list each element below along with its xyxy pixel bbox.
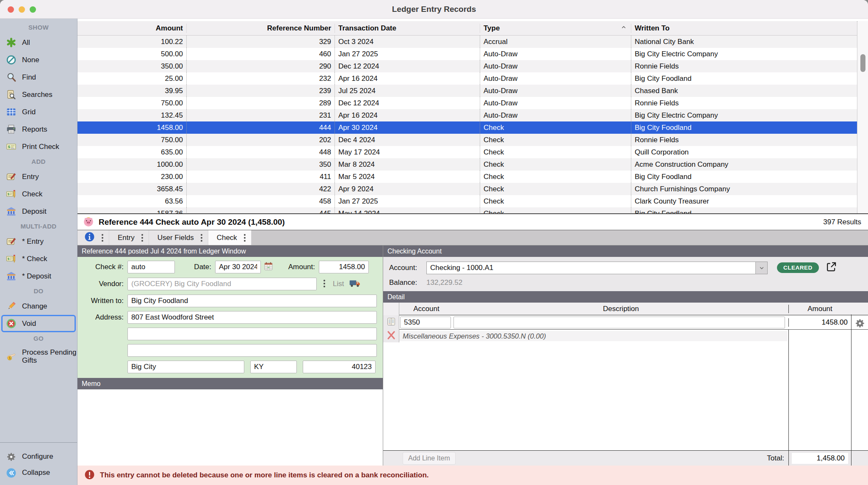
titlebar: Ledger Entry Records [0, 0, 868, 19]
table-row[interactable]: 500.00460Jan 27 2025Auto-DrawBig City El… [77, 48, 868, 60]
svg-text:$: $ [8, 192, 10, 196]
sidebar-item-find[interactable]: Find [0, 69, 77, 86]
table-row[interactable]: 25.00232Apr 16 2024Auto-DrawBig City Foo… [77, 72, 868, 85]
table-row[interactable]: 3658.45422Apr 9 2024CheckChurch Furnishi… [77, 183, 868, 195]
sidebar-item-check[interactable]: $Check [0, 185, 77, 203]
tab-menu-icon[interactable] [244, 234, 246, 236]
column-header-written-to[interactable]: Written To [631, 24, 857, 33]
memo-header: Memo [77, 378, 383, 389]
line-item-description-input[interactable] [453, 317, 785, 328]
table-row[interactable]: 1000.00350Mar 8 2024CheckAcme Constructi… [77, 158, 868, 171]
table-row[interactable]: 39.95239Jul 25 2024Auto-DrawChased Bank [77, 85, 868, 97]
check-form: Check #: Date: Amount: Vendor: [77, 257, 383, 378]
column-header-amount[interactable]: Amount [77, 24, 186, 33]
close-window-button[interactable] [8, 6, 14, 13]
minimize-window-button[interactable] [19, 6, 25, 13]
asterisk-icon [6, 37, 17, 48]
state-input[interactable] [250, 361, 297, 373]
table-row[interactable]: 63.56458Jan 27 2025CheckClark County Tre… [77, 195, 868, 207]
sidebar-item-check[interactable]: $* Check [0, 250, 77, 267]
table-row[interactable]: 100.22329Oct 3 2024AccrualNational City … [77, 36, 868, 48]
sidebar-item-searches[interactable]: Searches [0, 86, 77, 103]
collapse-icon [6, 468, 17, 478]
detail-table-footer: Add Line Item Total: 1,458.00 [383, 450, 868, 466]
calendar-icon[interactable] [263, 261, 274, 273]
check-doc-icon: $ [6, 254, 17, 264]
printer-icon [6, 124, 17, 135]
table-row[interactable]: 635.00448May 17 2024CheckQuill Corporati… [77, 146, 868, 158]
truck-icon[interactable] [349, 277, 361, 291]
info-tab[interactable] [77, 230, 109, 245]
line-item-settings-gear-icon[interactable] [854, 314, 865, 331]
svg-text:$: $ [8, 145, 11, 149]
entry-form-header: Reference 444 posted Jul 4 2024 from Led… [77, 245, 383, 257]
line-item-amount[interactable]: 1458.00 [788, 318, 851, 327]
column-header-reference-number[interactable]: Reference Number [186, 24, 334, 33]
sidebar-item-entry[interactable]: Entry [0, 168, 77, 185]
zoom-window-button[interactable] [30, 6, 36, 13]
address-line3-input[interactable] [127, 344, 377, 357]
sidebar-item-none[interactable]: None [0, 51, 77, 69]
sidebar-item-all[interactable]: All [0, 34, 77, 51]
ledger-entry-records-window: Ledger Entry Records SHOWAllNoneFindSear… [0, 0, 868, 485]
sidebar-item-entry[interactable]: * Entry [0, 233, 77, 250]
address-line1-input[interactable] [127, 311, 377, 324]
tab-menu-icon[interactable] [141, 234, 143, 236]
sidebar-item-reports[interactable]: Reports [0, 121, 77, 138]
sidebar-item-deposit[interactable]: Deposit [0, 203, 77, 220]
vendor-input[interactable] [127, 278, 317, 290]
searches-icon [6, 89, 17, 100]
memo-textarea[interactable] [77, 389, 383, 466]
column-header-type[interactable]: Type [480, 24, 631, 33]
sidebar-item-collapse[interactable]: Collapse [0, 465, 77, 481]
tab-entry[interactable]: Entry [109, 230, 149, 245]
written-to-input[interactable] [127, 295, 377, 307]
sidebar-item-configure[interactable]: Configure [0, 449, 77, 465]
vendor-menu-icon[interactable] [323, 280, 325, 281]
check-number-input[interactable] [127, 261, 175, 273]
vendor-list-label[interactable]: List [333, 280, 344, 288]
error-icon [84, 469, 95, 482]
detail-column-description: Description [453, 305, 788, 313]
line-item-account-input[interactable] [400, 317, 451, 328]
sidebar-item-deposit[interactable]: * Deposit [0, 267, 77, 285]
external-link-icon[interactable] [826, 261, 837, 274]
table-row[interactable]: 1587.36445May 14 2024CheckBig City Foodl… [77, 207, 868, 213]
sidebar-item-grid[interactable]: Grid [0, 103, 77, 121]
table-row[interactable]: 350.00290Dec 12 2024Auto-DrawRonnie Fiel… [77, 60, 868, 72]
table-scrollbar[interactable] [857, 21, 868, 213]
scroll-icon [6, 236, 17, 247]
ledger-book-icon[interactable] [386, 317, 396, 328]
delete-line-item-icon[interactable] [386, 330, 396, 342]
date-input[interactable] [215, 261, 261, 273]
table-row[interactable]: 230.00411Mar 5 2024CheckBig City Foodlan… [77, 171, 868, 183]
sidebar-item-print-check[interactable]: $Print Check [0, 138, 77, 155]
sidebar-item-change[interactable]: Change [0, 298, 77, 315]
sidebar-item-void[interactable]: Void [1, 315, 76, 332]
tab-menu-icon[interactable] [102, 234, 103, 236]
add-line-item-button[interactable]: Add Line Item [403, 452, 456, 465]
tab-check[interactable]: Check [208, 230, 252, 245]
table-scrollbar-thumb[interactable] [860, 54, 865, 72]
table-row[interactable]: 1458.00444Apr 30 2024CheckBig City Foodl… [77, 121, 868, 134]
info-icon [84, 231, 95, 244]
tab-menu-icon[interactable] [201, 234, 202, 236]
table-row[interactable]: 132.45231Apr 16 2024Auto-DrawBig City El… [77, 109, 868, 121]
zip-input[interactable] [303, 361, 376, 373]
amount-input[interactable] [319, 261, 369, 273]
bank-icon [6, 271, 17, 281]
table-row[interactable]: 750.00202Dec 4 2024CheckRonnie Fields [77, 134, 868, 146]
sidebar-section-add: ADD [0, 155, 77, 168]
tab-user-fields[interactable]: User Fields [149, 230, 208, 245]
balance-label: Balance: [389, 278, 426, 287]
city-input[interactable] [127, 361, 244, 373]
sidebar: SHOWAllNoneFindSearchesGridReports$Print… [0, 19, 77, 485]
sidebar-item-process-pending-gifts[interactable]: $Process Pending Gifts [0, 345, 77, 368]
total-label: Total: [767, 454, 788, 463]
chevron-down-icon[interactable] [755, 262, 767, 274]
address-line2-input[interactable] [127, 328, 377, 340]
table-row[interactable]: 750.00289Dec 12 2024Auto-DrawRonnie Fiel… [77, 97, 868, 109]
amount-label: Amount: [278, 263, 315, 271]
column-header-transaction-date[interactable]: Transaction Date [334, 24, 480, 33]
account-select[interactable]: Checking - 1000.A1 [426, 262, 768, 274]
